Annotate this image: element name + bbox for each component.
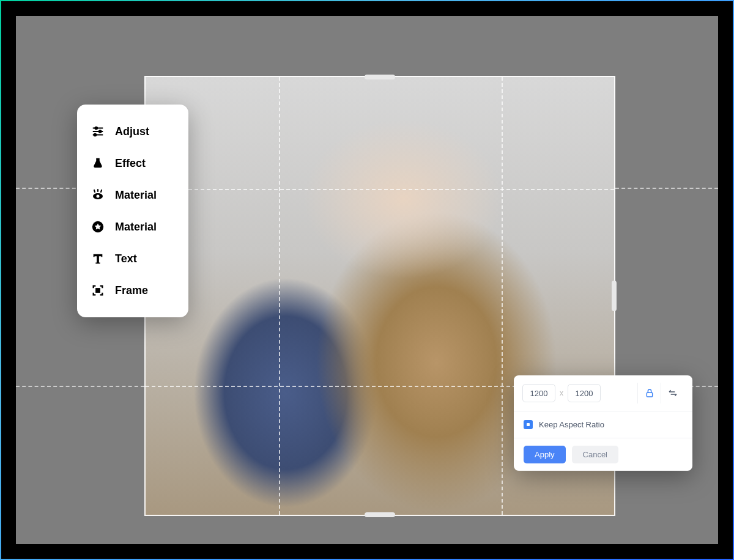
- svg-point-5: [94, 134, 97, 136]
- swap-icon: [667, 388, 678, 398]
- crop-grid-line-v1: [279, 77, 280, 515]
- guide-line: [615, 188, 718, 189]
- sliders-icon: [91, 124, 105, 139]
- crop-handle-bottom[interactable]: [365, 512, 395, 517]
- sidebar-item-label: Adjust: [115, 125, 149, 138]
- svg-point-7: [97, 195, 100, 198]
- cancel-button[interactable]: Cancel: [572, 446, 618, 463]
- sidebar-item-label: Material: [115, 221, 157, 234]
- sidebar-item-label: Frame: [115, 284, 148, 297]
- crop-handle-top[interactable]: [365, 75, 395, 79]
- frame-icon: [91, 283, 105, 298]
- lock-aspect-button[interactable]: [637, 383, 661, 403]
- tool-sidebar: Adjust Effect: [77, 105, 188, 317]
- svg-rect-10: [647, 392, 652, 397]
- keep-aspect-checkbox[interactable]: [524, 420, 533, 429]
- flask-icon: [91, 156, 105, 171]
- svg-rect-9: [96, 289, 100, 292]
- eye-icon: [91, 188, 105, 202]
- star-badge-icon: [91, 219, 105, 234]
- keep-aspect-label: Keep Aspect Ratio: [539, 420, 604, 429]
- sidebar-item-label: Effect: [115, 157, 146, 170]
- text-t-icon: [91, 251, 105, 266]
- crop-grid-line-h1: [146, 189, 614, 190]
- sidebar-item-effect[interactable]: Effect: [77, 147, 188, 179]
- sidebar-item-adjust[interactable]: Adjust: [77, 116, 188, 147]
- sidebar-item-label: Material: [115, 189, 157, 202]
- swap-dimensions-button[interactable]: [661, 383, 684, 403]
- lock-icon: [645, 388, 654, 398]
- action-buttons-row: Apply Cancel: [514, 438, 692, 471]
- svg-point-1: [95, 127, 97, 130]
- sidebar-item-material-1[interactable]: Material: [77, 179, 188, 211]
- editor-canvas: Adjust Effect: [16, 16, 718, 544]
- height-input[interactable]: [568, 384, 601, 402]
- sidebar-item-text[interactable]: Text: [77, 243, 188, 274]
- apply-button[interactable]: Apply: [524, 446, 566, 463]
- crop-handle-right[interactable]: [612, 281, 617, 311]
- aspect-ratio-row: Keep Aspect Ratio: [514, 411, 692, 438]
- dimension-separator: x: [560, 389, 563, 397]
- sidebar-item-frame[interactable]: Frame: [77, 274, 188, 306]
- sidebar-item-material-2[interactable]: Material: [77, 211, 188, 243]
- checkbox-check-icon: [527, 423, 530, 426]
- svg-point-3: [99, 130, 102, 133]
- width-input[interactable]: [522, 384, 555, 402]
- guide-line: [16, 386, 144, 387]
- size-inputs-row: x: [514, 375, 692, 411]
- crop-grid-line-v2: [502, 77, 503, 515]
- size-panel: x: [514, 375, 692, 471]
- sidebar-item-label: Text: [115, 252, 137, 265]
